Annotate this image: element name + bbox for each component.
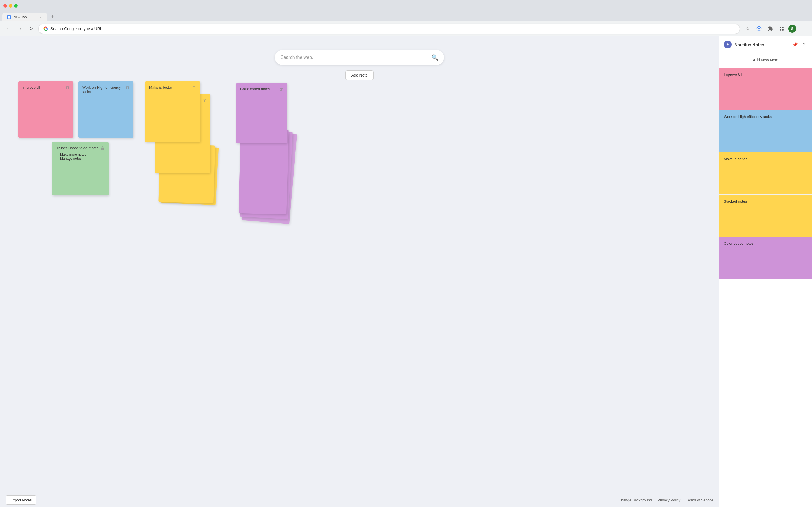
note-todo[interactable]: Things I need to do more: 🗑 - Make more …	[52, 142, 109, 195]
note-color-coded[interactable]: Color coded notes 🗑	[236, 83, 287, 144]
puzzle-icon	[768, 26, 773, 31]
privacy-policy-link[interactable]: Privacy Policy	[658, 498, 680, 502]
url-bar[interactable]: Search Google or type a URL	[38, 24, 740, 34]
favicon-inner	[8, 16, 10, 18]
sidebar-close-button[interactable]: ×	[801, 41, 808, 48]
grid-icon	[779, 26, 784, 31]
add-note-button[interactable]: Add Note	[345, 70, 373, 80]
google-account-icon[interactable]	[755, 24, 763, 33]
note-delete-button[interactable]: 🗑	[65, 86, 69, 90]
note-improve-ui[interactable]: Improve UI 🗑	[18, 81, 73, 138]
sidebar-note-item[interactable]: Work on High efficiency tasks	[719, 110, 812, 152]
svg-rect-4	[782, 29, 783, 31]
user-avatar[interactable]: G	[788, 25, 796, 33]
new-tab-page: Search the web... 🔍 Add Note Improve UI …	[0, 36, 719, 507]
sidebar-note-title: Improve UI	[724, 72, 742, 76]
bookmark-button[interactable]: ☆	[743, 24, 752, 33]
back-button[interactable]: ←	[4, 25, 12, 33]
google-circle-icon	[756, 26, 762, 31]
tab-title: New Tab	[13, 15, 27, 19]
page-footer: Export Notes Change Background Privacy P…	[0, 493, 719, 507]
sidebar-title: Nautilus Notes	[734, 42, 790, 47]
sidebar-notes-list: Improve UI Work on High efficiency tasks…	[719, 68, 812, 507]
tab-bar: New Tab × +	[0, 11, 812, 21]
change-background-link[interactable]: Change Background	[619, 498, 652, 502]
note-delete-button[interactable]: 🗑	[279, 87, 283, 91]
note-content: - Make more notes - Manage notes	[56, 153, 105, 161]
svg-rect-3	[779, 29, 781, 31]
svg-rect-1	[779, 27, 781, 28]
note-title: Things I need to do more:	[56, 146, 101, 150]
chrome-menu-button[interactable]: ⋮	[799, 24, 808, 33]
note-title: Make is better	[149, 86, 192, 90]
sidebar-note-title: Make is better	[724, 157, 747, 161]
note-header: Improve UI 🗑	[22, 86, 69, 90]
note-make-better[interactable]: Make is better 🗑	[145, 81, 200, 142]
content-area: Search the web... 🔍 Add Note Improve UI …	[0, 36, 812, 507]
window-controls	[3, 4, 18, 8]
sidebar-note-title: Stacked notes	[724, 199, 747, 203]
add-note-container: Add Note	[0, 70, 719, 80]
svg-point-6	[727, 44, 728, 45]
url-text: Search Google or type a URL	[50, 26, 735, 31]
sidebar-note-item[interactable]: Make is better	[719, 152, 812, 194]
note-delete-button[interactable]: 🗑	[192, 86, 196, 90]
sidebar-header: Nautilus Notes 📌 ×	[719, 36, 812, 52]
sidebar-add-note-button[interactable]: Add New Note	[724, 55, 808, 64]
note-header: Color coded notes 🗑	[240, 87, 283, 91]
window-maximize-button[interactable]	[14, 4, 18, 8]
active-tab[interactable]: New Tab ×	[2, 13, 47, 21]
sidebar-note-title: Work on High efficiency tasks	[724, 115, 772, 119]
sidebar-logo	[724, 41, 732, 48]
toolbar-icons: ☆ G ⋮	[743, 24, 808, 33]
note-header: Make is better 🗑	[149, 86, 196, 90]
tab-favicon	[7, 15, 11, 19]
search-bar[interactable]: Search the web... 🔍	[275, 50, 444, 65]
grid-button[interactable]	[777, 24, 786, 33]
address-bar: ← → ↻ Search Google or type a URL ☆	[0, 21, 812, 36]
note-header: Work on High efficiency tasks 🗑	[82, 86, 130, 94]
search-icon: 🔍	[432, 54, 439, 61]
note-title: Improve UI	[22, 86, 65, 90]
notes-canvas: Improve UI 🗑 Work on High efficiency tas…	[0, 80, 719, 493]
note-delete-button[interactable]: 🗑	[125, 86, 130, 90]
forward-button[interactable]: →	[16, 25, 24, 33]
window-minimize-button[interactable]	[9, 4, 12, 8]
terms-of-service-link[interactable]: Terms of Service	[686, 498, 713, 502]
sidebar-note-item[interactable]: Color coded notes	[719, 237, 812, 279]
note-delete-button[interactable]: 🗑	[101, 146, 105, 151]
export-notes-button[interactable]: Export Notes	[6, 496, 36, 505]
note-title: Color coded notes	[240, 87, 279, 91]
sidebar-panel: Nautilus Notes 📌 × Add New Note Improve …	[719, 36, 812, 507]
window-close-button[interactable]	[3, 4, 7, 8]
sidebar-note-item[interactable]: Stacked notes	[719, 194, 812, 237]
note-efficiency[interactable]: Work on High efficiency tasks 🗑	[79, 81, 133, 138]
new-tab-button[interactable]: +	[49, 13, 56, 21]
sidebar-note-title: Color coded notes	[724, 241, 754, 245]
search-placeholder: Search the web...	[281, 55, 428, 60]
tab-close-button[interactable]: ×	[38, 15, 43, 19]
note-title: Work on High efficiency tasks	[82, 86, 125, 94]
svg-rect-2	[782, 27, 783, 28]
google-logo	[43, 26, 48, 31]
note-delete-button[interactable]: 🗑	[202, 98, 206, 103]
refresh-button[interactable]: ↻	[27, 25, 35, 33]
browser-frame: New Tab × + ← → ↻ Search Google or type …	[0, 0, 812, 507]
extensions-button[interactable]	[766, 24, 775, 33]
search-container: Search the web... 🔍	[0, 36, 719, 65]
footer-links: Change Background Privacy Policy Terms o…	[619, 498, 713, 502]
sidebar-note-item[interactable]: Improve UI	[719, 68, 812, 110]
nautilus-logo-icon	[725, 42, 730, 47]
note-header: Things I need to do more: 🗑	[56, 146, 105, 151]
sidebar-pin-button[interactable]: 📌	[792, 42, 798, 47]
title-bar	[0, 0, 812, 11]
